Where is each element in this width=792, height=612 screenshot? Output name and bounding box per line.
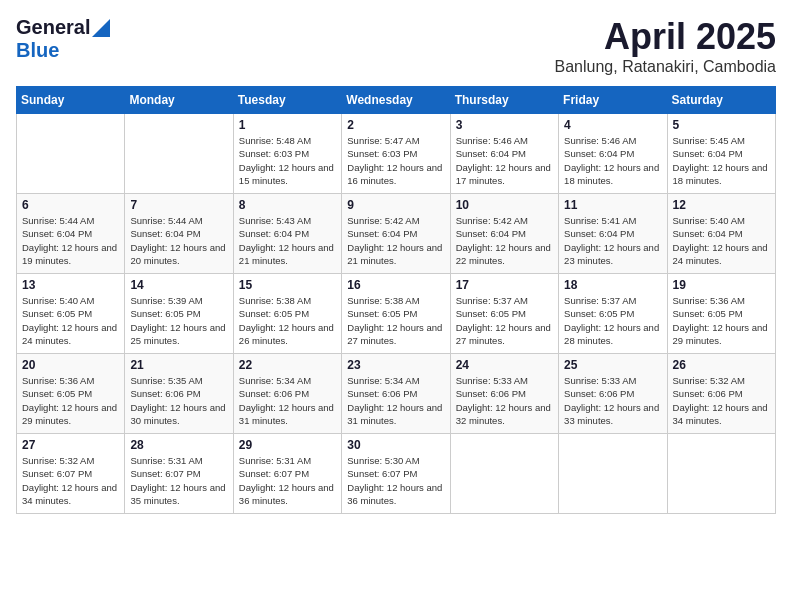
day-number: 5 bbox=[673, 118, 770, 132]
day-info: Sunrise: 5:36 AMSunset: 6:05 PMDaylight:… bbox=[673, 294, 770, 347]
calendar-cell: 15Sunrise: 5:38 AMSunset: 6:05 PMDayligh… bbox=[233, 274, 341, 354]
day-info: Sunrise: 5:37 AMSunset: 6:05 PMDaylight:… bbox=[564, 294, 661, 347]
weekday-header-thursday: Thursday bbox=[450, 87, 558, 114]
logo-general: General bbox=[16, 16, 90, 39]
calendar-cell: 9Sunrise: 5:42 AMSunset: 6:04 PMDaylight… bbox=[342, 194, 450, 274]
day-info: Sunrise: 5:33 AMSunset: 6:06 PMDaylight:… bbox=[456, 374, 553, 427]
calendar-week-row: 13Sunrise: 5:40 AMSunset: 6:05 PMDayligh… bbox=[17, 274, 776, 354]
day-number: 12 bbox=[673, 198, 770, 212]
day-number: 26 bbox=[673, 358, 770, 372]
day-info: Sunrise: 5:46 AMSunset: 6:04 PMDaylight:… bbox=[564, 134, 661, 187]
day-number: 3 bbox=[456, 118, 553, 132]
day-info: Sunrise: 5:34 AMSunset: 6:06 PMDaylight:… bbox=[347, 374, 444, 427]
title-block: April 2025 Banlung, Ratanakiri, Cambodia bbox=[555, 16, 776, 76]
calendar-cell: 22Sunrise: 5:34 AMSunset: 6:06 PMDayligh… bbox=[233, 354, 341, 434]
weekday-header-monday: Monday bbox=[125, 87, 233, 114]
calendar-cell: 11Sunrise: 5:41 AMSunset: 6:04 PMDayligh… bbox=[559, 194, 667, 274]
day-info: Sunrise: 5:43 AMSunset: 6:04 PMDaylight:… bbox=[239, 214, 336, 267]
day-number: 22 bbox=[239, 358, 336, 372]
calendar-cell bbox=[667, 434, 775, 514]
month-title: April 2025 bbox=[555, 16, 776, 58]
calendar-header-row: SundayMondayTuesdayWednesdayThursdayFrid… bbox=[17, 87, 776, 114]
calendar-cell: 14Sunrise: 5:39 AMSunset: 6:05 PMDayligh… bbox=[125, 274, 233, 354]
logo-triangle-icon bbox=[92, 19, 110, 37]
day-number: 14 bbox=[130, 278, 227, 292]
calendar-cell bbox=[450, 434, 558, 514]
day-number: 17 bbox=[456, 278, 553, 292]
day-info: Sunrise: 5:46 AMSunset: 6:04 PMDaylight:… bbox=[456, 134, 553, 187]
weekday-header-wednesday: Wednesday bbox=[342, 87, 450, 114]
calendar-cell: 24Sunrise: 5:33 AMSunset: 6:06 PMDayligh… bbox=[450, 354, 558, 434]
calendar-cell: 5Sunrise: 5:45 AMSunset: 6:04 PMDaylight… bbox=[667, 114, 775, 194]
calendar-cell: 20Sunrise: 5:36 AMSunset: 6:05 PMDayligh… bbox=[17, 354, 125, 434]
day-info: Sunrise: 5:36 AMSunset: 6:05 PMDaylight:… bbox=[22, 374, 119, 427]
day-number: 4 bbox=[564, 118, 661, 132]
calendar-cell: 16Sunrise: 5:38 AMSunset: 6:05 PMDayligh… bbox=[342, 274, 450, 354]
day-number: 15 bbox=[239, 278, 336, 292]
calendar-week-row: 1Sunrise: 5:48 AMSunset: 6:03 PMDaylight… bbox=[17, 114, 776, 194]
day-number: 30 bbox=[347, 438, 444, 452]
day-info: Sunrise: 5:32 AMSunset: 6:07 PMDaylight:… bbox=[22, 454, 119, 507]
calendar-cell: 28Sunrise: 5:31 AMSunset: 6:07 PMDayligh… bbox=[125, 434, 233, 514]
calendar-cell: 2Sunrise: 5:47 AMSunset: 6:03 PMDaylight… bbox=[342, 114, 450, 194]
day-number: 6 bbox=[22, 198, 119, 212]
calendar-cell: 29Sunrise: 5:31 AMSunset: 6:07 PMDayligh… bbox=[233, 434, 341, 514]
day-number: 10 bbox=[456, 198, 553, 212]
calendar-cell: 1Sunrise: 5:48 AMSunset: 6:03 PMDaylight… bbox=[233, 114, 341, 194]
calendar-cell: 8Sunrise: 5:43 AMSunset: 6:04 PMDaylight… bbox=[233, 194, 341, 274]
day-info: Sunrise: 5:40 AMSunset: 6:05 PMDaylight:… bbox=[22, 294, 119, 347]
calendar-cell bbox=[17, 114, 125, 194]
calendar-table: SundayMondayTuesdayWednesdayThursdayFrid… bbox=[16, 86, 776, 514]
weekday-header-tuesday: Tuesday bbox=[233, 87, 341, 114]
day-info: Sunrise: 5:32 AMSunset: 6:06 PMDaylight:… bbox=[673, 374, 770, 427]
day-info: Sunrise: 5:34 AMSunset: 6:06 PMDaylight:… bbox=[239, 374, 336, 427]
day-info: Sunrise: 5:35 AMSunset: 6:06 PMDaylight:… bbox=[130, 374, 227, 427]
calendar-week-row: 20Sunrise: 5:36 AMSunset: 6:05 PMDayligh… bbox=[17, 354, 776, 434]
day-info: Sunrise: 5:42 AMSunset: 6:04 PMDaylight:… bbox=[347, 214, 444, 267]
calendar-cell: 3Sunrise: 5:46 AMSunset: 6:04 PMDaylight… bbox=[450, 114, 558, 194]
day-number: 18 bbox=[564, 278, 661, 292]
calendar-cell: 12Sunrise: 5:40 AMSunset: 6:04 PMDayligh… bbox=[667, 194, 775, 274]
day-number: 29 bbox=[239, 438, 336, 452]
day-info: Sunrise: 5:37 AMSunset: 6:05 PMDaylight:… bbox=[456, 294, 553, 347]
day-info: Sunrise: 5:40 AMSunset: 6:04 PMDaylight:… bbox=[673, 214, 770, 267]
calendar-cell: 23Sunrise: 5:34 AMSunset: 6:06 PMDayligh… bbox=[342, 354, 450, 434]
calendar-cell: 4Sunrise: 5:46 AMSunset: 6:04 PMDaylight… bbox=[559, 114, 667, 194]
calendar-cell: 25Sunrise: 5:33 AMSunset: 6:06 PMDayligh… bbox=[559, 354, 667, 434]
day-info: Sunrise: 5:33 AMSunset: 6:06 PMDaylight:… bbox=[564, 374, 661, 427]
day-number: 8 bbox=[239, 198, 336, 212]
weekday-header-sunday: Sunday bbox=[17, 87, 125, 114]
day-number: 7 bbox=[130, 198, 227, 212]
calendar-week-row: 6Sunrise: 5:44 AMSunset: 6:04 PMDaylight… bbox=[17, 194, 776, 274]
location-title: Banlung, Ratanakiri, Cambodia bbox=[555, 58, 776, 76]
logo: General Blue bbox=[16, 16, 110, 62]
calendar-cell: 17Sunrise: 5:37 AMSunset: 6:05 PMDayligh… bbox=[450, 274, 558, 354]
calendar-cell: 18Sunrise: 5:37 AMSunset: 6:05 PMDayligh… bbox=[559, 274, 667, 354]
day-info: Sunrise: 5:44 AMSunset: 6:04 PMDaylight:… bbox=[22, 214, 119, 267]
calendar-cell: 10Sunrise: 5:42 AMSunset: 6:04 PMDayligh… bbox=[450, 194, 558, 274]
day-info: Sunrise: 5:42 AMSunset: 6:04 PMDaylight:… bbox=[456, 214, 553, 267]
day-number: 16 bbox=[347, 278, 444, 292]
day-number: 25 bbox=[564, 358, 661, 372]
day-info: Sunrise: 5:47 AMSunset: 6:03 PMDaylight:… bbox=[347, 134, 444, 187]
day-number: 20 bbox=[22, 358, 119, 372]
day-number: 1 bbox=[239, 118, 336, 132]
day-number: 21 bbox=[130, 358, 227, 372]
day-number: 24 bbox=[456, 358, 553, 372]
day-info: Sunrise: 5:30 AMSunset: 6:07 PMDaylight:… bbox=[347, 454, 444, 507]
calendar-cell: 19Sunrise: 5:36 AMSunset: 6:05 PMDayligh… bbox=[667, 274, 775, 354]
day-number: 19 bbox=[673, 278, 770, 292]
calendar-cell: 27Sunrise: 5:32 AMSunset: 6:07 PMDayligh… bbox=[17, 434, 125, 514]
calendar-cell: 21Sunrise: 5:35 AMSunset: 6:06 PMDayligh… bbox=[125, 354, 233, 434]
day-number: 28 bbox=[130, 438, 227, 452]
calendar-cell: 13Sunrise: 5:40 AMSunset: 6:05 PMDayligh… bbox=[17, 274, 125, 354]
page-header: General Blue April 2025 Banlung, Ratanak… bbox=[16, 16, 776, 76]
logo-blue: Blue bbox=[16, 39, 59, 61]
calendar-cell: 26Sunrise: 5:32 AMSunset: 6:06 PMDayligh… bbox=[667, 354, 775, 434]
calendar-week-row: 27Sunrise: 5:32 AMSunset: 6:07 PMDayligh… bbox=[17, 434, 776, 514]
day-info: Sunrise: 5:41 AMSunset: 6:04 PMDaylight:… bbox=[564, 214, 661, 267]
day-number: 2 bbox=[347, 118, 444, 132]
day-number: 9 bbox=[347, 198, 444, 212]
calendar-cell: 30Sunrise: 5:30 AMSunset: 6:07 PMDayligh… bbox=[342, 434, 450, 514]
weekday-header-saturday: Saturday bbox=[667, 87, 775, 114]
